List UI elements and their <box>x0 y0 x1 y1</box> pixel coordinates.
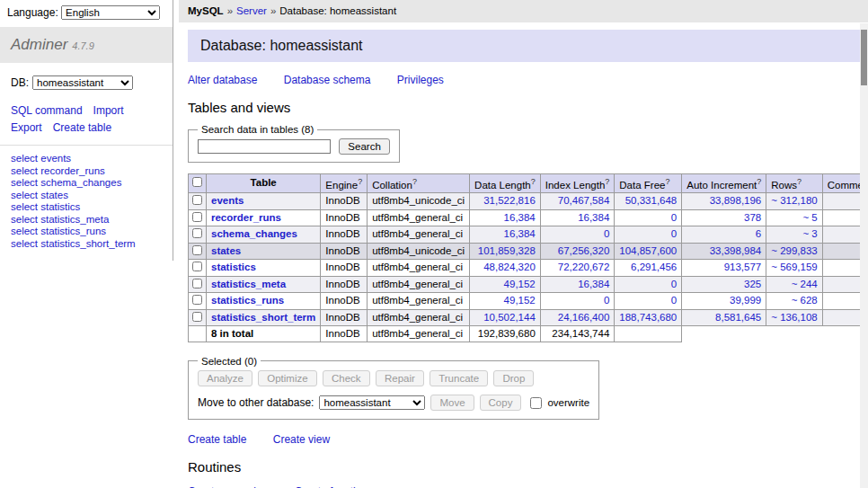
row-checkbox[interactable] <box>192 312 202 322</box>
table-name-link[interactable]: states <box>211 245 241 256</box>
sidebar-link-export[interactable]: Export <box>11 121 42 134</box>
index-length-link[interactable]: 16,384 <box>578 279 609 289</box>
data-free-link[interactable]: 6,291,456 <box>631 262 677 272</box>
analyze-button[interactable]: Analyze <box>198 370 252 386</box>
row-checkbox[interactable] <box>192 295 202 305</box>
repair-button[interactable]: Repair <box>376 370 424 386</box>
rows-link[interactable]: ~ 136,108 <box>771 312 817 323</box>
table-name-link[interactable]: statistics_meta <box>211 279 286 289</box>
help-link[interactable]: ? <box>797 177 802 186</box>
breadcrumb-server-link[interactable]: Server <box>236 5 267 16</box>
sidebar-table-link-recorder-runs[interactable]: select recorder_runs <box>11 165 162 178</box>
sidebar-table-link-statistics-short-term[interactable]: select statistics_short_term <box>11 238 162 251</box>
rows-link[interactable]: ~ 628 <box>792 295 818 306</box>
rows-link[interactable]: ~ 3 <box>802 228 817 239</box>
sidebar-link-sql-command[interactable]: SQL command <box>11 104 83 117</box>
data-free-link[interactable]: 0 <box>671 295 677 306</box>
sidebar-link-import[interactable]: Import <box>93 104 124 117</box>
create-view-link[interactable]: Create view <box>273 433 330 446</box>
help-link[interactable]: ? <box>605 177 609 186</box>
index-length-link[interactable]: 0 <box>604 228 609 239</box>
data-free-link[interactable]: 0 <box>671 279 677 289</box>
auto-increment-link[interactable]: 378 <box>744 212 761 223</box>
move-button[interactable]: Move <box>430 395 474 411</box>
alter-database-link[interactable]: Alter database <box>188 74 257 86</box>
rows-link[interactable]: ~ 299,833 <box>771 245 817 256</box>
table-name-link[interactable]: statistics_runs <box>211 295 284 306</box>
auto-increment-link[interactable]: 39,999 <box>730 295 761 306</box>
check-button[interactable]: Check <box>323 370 370 386</box>
index-length-link[interactable]: 16,384 <box>578 212 609 223</box>
breadcrumb-mysql-link[interactable]: MySQL <box>188 5 224 16</box>
data-length-link[interactable]: 49,152 <box>504 295 536 306</box>
search-button[interactable]: Search <box>339 138 389 155</box>
data-length-link[interactable]: 10,502,144 <box>483 312 536 323</box>
privileges-link[interactable]: Privileges <box>397 74 444 86</box>
table-name-link[interactable]: events <box>211 195 244 206</box>
data-free-link[interactable]: 0 <box>671 228 677 239</box>
rows-link[interactable]: ~ 569,159 <box>771 262 817 272</box>
row-checkbox[interactable] <box>192 195 202 205</box>
table-name-link[interactable]: schema_changes <box>211 228 297 239</box>
table-name-link[interactable]: statistics <box>211 262 256 272</box>
sidebar-table-link-states[interactable]: select states <box>11 190 162 202</box>
index-length-link[interactable]: 24,166,400 <box>558 312 610 323</box>
data-free-link[interactable]: 50,331,648 <box>625 195 678 206</box>
database-schema-link[interactable]: Database schema <box>284 74 371 86</box>
move-db-select[interactable]: homeassistant <box>319 395 425 410</box>
overwrite-checkbox[interactable] <box>530 397 542 409</box>
auto-increment-link[interactable]: 913,577 <box>724 262 762 272</box>
data-length-link[interactable]: 49,152 <box>504 279 536 289</box>
table-name-link[interactable]: recorder_runs <box>211 212 281 223</box>
help-link[interactable]: ? <box>531 177 536 186</box>
scrollbar-thumb[interactable] <box>861 30 867 85</box>
row-checkbox[interactable] <box>192 279 202 288</box>
rows-link[interactable]: ~ 312,180 <box>771 195 817 206</box>
optimize-button[interactable]: Optimize <box>258 370 316 386</box>
data-length-link[interactable]: 31,522,816 <box>483 195 536 206</box>
drop-button[interactable]: Drop <box>493 370 534 386</box>
auto-increment-link[interactable]: 6 <box>756 228 761 239</box>
select-all-checkbox[interactable] <box>192 177 202 187</box>
data-free-link[interactable]: 104,857,600 <box>619 245 677 256</box>
rows-link[interactable]: ~ 244 <box>792 279 818 289</box>
create-table-link[interactable]: Create table <box>188 433 246 446</box>
help-link[interactable]: ? <box>358 177 362 186</box>
sidebar-table-link-statistics-runs[interactable]: select statistics_runs <box>11 226 162 238</box>
sidebar-table-link-statistics-meta[interactable]: select statistics_meta <box>11 214 162 226</box>
index-length-link[interactable]: 0 <box>604 295 609 306</box>
auto-increment-link[interactable]: 8,581,645 <box>715 312 761 323</box>
rows-link[interactable]: ~ 5 <box>802 212 817 223</box>
auto-increment-link[interactable]: 325 <box>744 279 761 289</box>
help-link[interactable]: ? <box>757 177 761 186</box>
data-free-link[interactable]: 188,743,680 <box>619 312 677 323</box>
table-name-link[interactable]: statistics_short_term <box>211 312 315 323</box>
auto-increment-link[interactable]: 33,398,984 <box>710 245 762 256</box>
help-link[interactable]: ? <box>665 177 669 186</box>
sidebar-table-link-statistics[interactable]: select statistics <box>11 201 162 214</box>
row-checkbox[interactable] <box>192 228 202 238</box>
truncate-button[interactable]: Truncate <box>430 370 488 386</box>
data-length-cell: 49,152 <box>470 293 541 310</box>
data-length-link[interactable]: 48,824,320 <box>483 262 536 272</box>
row-checkbox[interactable] <box>192 245 202 255</box>
sidebar-link-create-table[interactable]: Create table <box>53 121 111 134</box>
index-length-link[interactable]: 72,220,672 <box>558 262 610 272</box>
auto-increment-link[interactable]: 33,898,196 <box>710 195 762 206</box>
search-input[interactable] <box>198 139 331 154</box>
row-checkbox[interactable] <box>192 262 202 271</box>
help-link[interactable]: ? <box>412 177 417 186</box>
index-length-link[interactable]: 67,256,320 <box>558 245 610 256</box>
db-select[interactable]: homeassistant <box>32 75 133 90</box>
index-length-link[interactable]: 70,467,584 <box>558 195 610 206</box>
vertical-scrollbar[interactable] <box>860 23 868 488</box>
data-length-link[interactable]: 16,384 <box>504 212 536 223</box>
data-length-link[interactable]: 101,859,328 <box>478 245 536 256</box>
copy-button[interactable]: Copy <box>480 395 522 411</box>
language-select[interactable]: English <box>61 5 160 20</box>
data-free-link[interactable]: 0 <box>671 212 677 223</box>
sidebar-table-link-schema-changes[interactable]: select schema_changes <box>11 177 162 190</box>
data-length-link[interactable]: 16,384 <box>504 228 536 239</box>
row-checkbox[interactable] <box>192 212 202 222</box>
sidebar-table-link-events[interactable]: select events <box>11 153 162 165</box>
